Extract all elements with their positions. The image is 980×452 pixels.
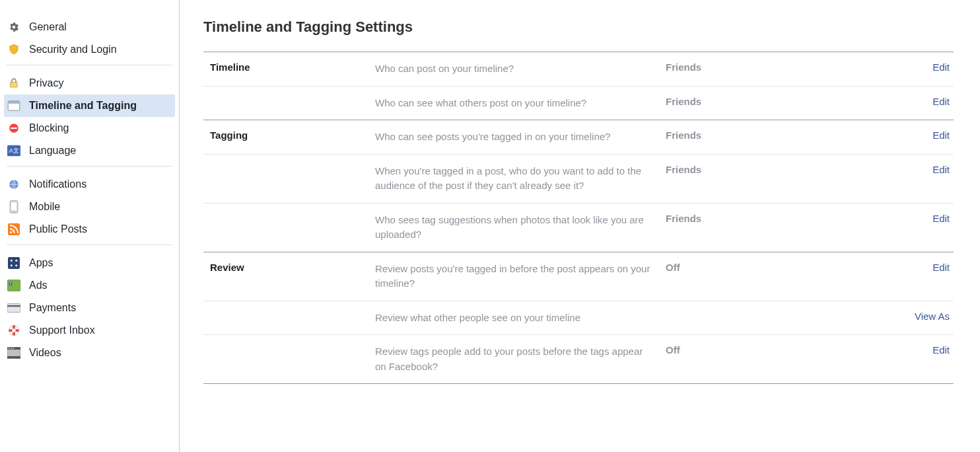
- setting-value: Friends: [666, 164, 811, 175]
- ads-icon: f: [7, 278, 21, 293]
- setting-question: Review posts you're tagged in before the…: [375, 262, 666, 291]
- setting-value: Off: [666, 344, 811, 356]
- svg-point-15: [15, 260, 17, 262]
- edit-link[interactable]: Edit: [932, 344, 950, 356]
- setting-question: Who can see what others post on your tim…: [375, 96, 666, 111]
- sidebar-item-support-inbox[interactable]: Support Inbox: [4, 319, 175, 342]
- svg-rect-27: [7, 356, 20, 358]
- rss-icon: [7, 222, 21, 237]
- setting-question: Who can post on your timeline?: [375, 61, 666, 77]
- svg-point-14: [11, 260, 13, 262]
- sidebar-item-videos[interactable]: Videos: [4, 342, 175, 364]
- lock-icon: [7, 76, 21, 91]
- section-label: Review: [203, 262, 375, 273]
- setting-row[interactable]: Review Review posts you're tagged in bef…: [203, 252, 954, 301]
- gear-icon: [7, 20, 21, 34]
- svg-rect-21: [7, 303, 20, 312]
- setting-row[interactable]: Who sees tag suggestions when photos tha…: [203, 204, 954, 252]
- svg-point-16: [11, 264, 13, 266]
- setting-question: Who can see posts you're tagged in on yo…: [375, 130, 666, 145]
- setting-row[interactable]: Who can see what others post on your tim…: [203, 87, 954, 120]
- sidebar-item-payments[interactable]: Payments: [4, 297, 175, 319]
- nav-group-2: Notifications Mobile Public Posts: [7, 169, 172, 245]
- svg-rect-30: [13, 348, 14, 350]
- setting-row[interactable]: Review tags people add to your posts bef…: [203, 335, 954, 383]
- sidebar-item-ads[interactable]: f Ads: [4, 274, 175, 297]
- shield-icon: [7, 42, 21, 57]
- sidebar-item-label: Videos: [29, 347, 61, 359]
- support-icon: [7, 323, 21, 338]
- setting-value: Off: [666, 262, 811, 273]
- sidebar-item-label: General: [29, 21, 67, 33]
- svg-point-24: [12, 328, 16, 332]
- edit-link[interactable]: Edit: [932, 130, 950, 141]
- sidebar-item-label: Notifications: [29, 178, 87, 190]
- sidebar-item-security[interactable]: Security and Login: [4, 38, 175, 61]
- payments-icon: [7, 301, 21, 315]
- mobile-icon: [7, 200, 21, 214]
- nav-group-3: Apps f Ads Payments Support Inbox Videos: [7, 248, 172, 368]
- apps-icon: [7, 256, 21, 270]
- sidebar-item-general[interactable]: General: [4, 16, 175, 38]
- setting-value: Friends: [666, 96, 811, 107]
- section-review: Review Review posts you're tagged in bef…: [203, 252, 954, 384]
- edit-link[interactable]: Edit: [932, 164, 950, 175]
- svg-rect-9: [11, 202, 17, 210]
- sidebar-item-mobile[interactable]: Mobile: [4, 196, 175, 218]
- sidebar-item-language[interactable]: A文 Language: [4, 139, 175, 162]
- sidebar-item-label: Privacy: [29, 77, 63, 89]
- page-title: Timeline and Tagging Settings: [203, 19, 954, 36]
- svg-point-17: [15, 264, 17, 266]
- sidebar-item-label: Public Posts: [29, 223, 87, 235]
- setting-question: When you're tagged in a post, who do you…: [375, 164, 666, 194]
- sidebar-item-label: Security and Login: [29, 44, 117, 56]
- svg-rect-2: [8, 101, 20, 104]
- sidebar-item-label: Timeline and Tagging: [29, 100, 137, 112]
- sidebar-item-label: Language: [29, 145, 76, 157]
- sidebar-item-privacy[interactable]: Privacy: [4, 72, 175, 94]
- setting-value: Friends: [666, 130, 811, 141]
- sidebar-item-label: Mobile: [29, 201, 60, 213]
- sidebar-item-timeline-tagging[interactable]: Timeline and Tagging: [4, 94, 175, 117]
- videos-icon: [7, 346, 21, 360]
- sidebar-item-blocking[interactable]: Blocking: [4, 117, 175, 139]
- setting-row[interactable]: When you're tagged in a post, who do you…: [203, 155, 954, 204]
- sidebar-item-notifications[interactable]: Notifications: [4, 173, 175, 196]
- edit-link[interactable]: Edit: [932, 96, 950, 107]
- nav-group-1: Privacy Timeline and Tagging Blocking A文…: [7, 68, 172, 167]
- svg-rect-28: [9, 348, 10, 350]
- sidebar-item-label: Support Inbox: [29, 324, 95, 336]
- svg-rect-29: [11, 348, 12, 350]
- svg-rect-22: [7, 305, 20, 307]
- view-as-link[interactable]: View As: [915, 311, 950, 322]
- setting-row[interactable]: Timeline Who can post on your timeline? …: [203, 52, 954, 87]
- edit-link[interactable]: Edit: [932, 262, 950, 273]
- svg-rect-13: [8, 257, 20, 269]
- setting-row[interactable]: Review what other people see on your tim…: [203, 301, 954, 336]
- setting-value: Friends: [666, 61, 811, 73]
- globe-icon: [7, 177, 21, 192]
- svg-rect-4: [11, 128, 17, 129]
- sidebar-item-label: Ads: [29, 280, 48, 291]
- section-timeline: Timeline Who can post on your timeline? …: [203, 52, 954, 120]
- timeline-icon: [7, 98, 21, 113]
- section-tagging: Tagging Who can see posts you're tagged …: [203, 120, 954, 252]
- sidebar-item-public-posts[interactable]: Public Posts: [4, 218, 175, 241]
- svg-point-10: [13, 211, 15, 213]
- section-end-divider: [203, 383, 954, 384]
- svg-point-12: [10, 231, 12, 233]
- language-icon: A文: [7, 143, 21, 158]
- settings-sidebar: General Security and Login Privacy Timel…: [0, 0, 180, 452]
- setting-row[interactable]: Tagging Who can see posts you're tagged …: [203, 120, 954, 155]
- svg-rect-11: [8, 223, 20, 235]
- svg-text:A文: A文: [9, 147, 18, 154]
- block-icon: [7, 121, 21, 135]
- sidebar-item-label: Payments: [29, 302, 76, 314]
- setting-question: Who sees tag suggestions when photos tha…: [375, 213, 666, 243]
- edit-link[interactable]: Edit: [932, 61, 950, 73]
- sidebar-item-apps[interactable]: Apps: [4, 252, 175, 274]
- edit-link[interactable]: Edit: [932, 213, 950, 224]
- nav-group-0: General Security and Login: [7, 12, 172, 65]
- setting-question: Review what other people see on your tim…: [375, 311, 666, 326]
- main-content: Timeline and Tagging Settings Timeline W…: [180, 0, 980, 452]
